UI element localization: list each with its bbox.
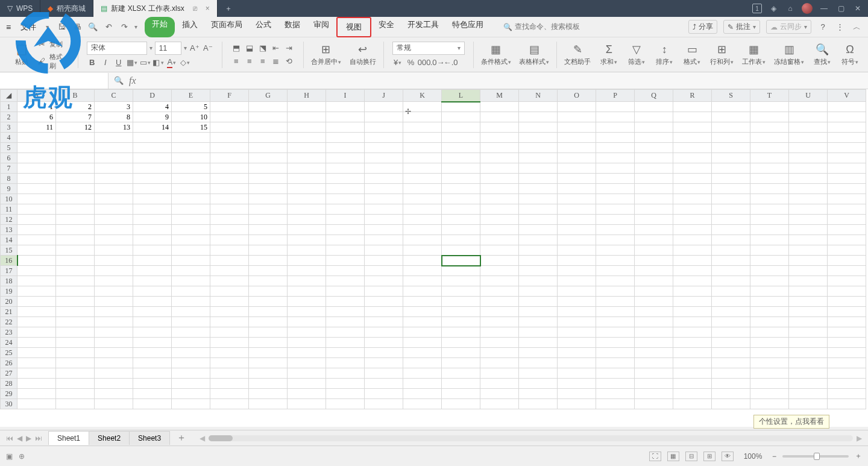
cell[interactable] (442, 194, 480, 204)
cell[interactable] (17, 286, 56, 297)
cell[interactable] (596, 256, 635, 266)
cell[interactable] (442, 245, 480, 256)
cell[interactable] (480, 399, 519, 409)
cell[interactable] (442, 348, 480, 358)
cell[interactable] (56, 143, 95, 153)
cell[interactable] (789, 245, 828, 256)
font-name-select[interactable]: 宋体 (87, 42, 147, 55)
cell[interactable] (673, 102, 712, 112)
cell[interactable] (133, 194, 172, 204)
cell[interactable] (712, 204, 750, 215)
cell[interactable] (288, 286, 326, 297)
cell[interactable] (403, 225, 442, 235)
align-middle-icon[interactable]: ⬓ (244, 43, 255, 54)
menu-tab-审阅[interactable]: 审阅 (307, 17, 335, 37)
cell[interactable] (635, 184, 673, 194)
spreadsheet-grid[interactable]: ◢ABCDEFGHIJKLMNOPQRSTUV11234526789103111… (0, 89, 868, 427)
cell[interactable] (326, 194, 365, 204)
cell[interactable]: 13 (95, 122, 133, 133)
device-icon[interactable]: ⎚ (193, 4, 197, 13)
cell[interactable] (95, 163, 133, 174)
cell[interactable] (519, 122, 558, 133)
cell[interactable] (480, 307, 519, 317)
cell[interactable] (403, 379, 442, 389)
cell[interactable] (673, 133, 712, 143)
cell[interactable] (326, 338, 365, 348)
zoom-out-icon[interactable]: − (772, 452, 776, 461)
cell[interactable] (673, 307, 712, 317)
cell[interactable] (442, 153, 480, 163)
cell[interactable] (249, 133, 288, 143)
cell[interactable] (750, 338, 789, 348)
cell[interactable] (596, 327, 635, 338)
cell[interactable] (365, 184, 403, 194)
col-header-G[interactable]: G (249, 90, 288, 102)
cell[interactable] (635, 389, 673, 399)
cell[interactable] (365, 112, 403, 122)
cell[interactable] (596, 133, 635, 143)
cell[interactable] (172, 379, 210, 389)
cell[interactable] (365, 204, 403, 215)
menu-tab-视图[interactable]: 视图 (336, 17, 371, 37)
cell[interactable] (673, 163, 712, 174)
border-icon[interactable]: ▦▾ (127, 57, 137, 68)
cell[interactable] (288, 215, 326, 225)
cell[interactable] (288, 379, 326, 389)
cell[interactable] (519, 225, 558, 235)
cell[interactable] (712, 215, 750, 225)
cell[interactable] (480, 266, 519, 276)
row-header-11[interactable]: 11 (1, 204, 17, 215)
cell[interactable] (56, 297, 95, 307)
cell[interactable] (480, 215, 519, 225)
cell[interactable] (480, 368, 519, 379)
cell[interactable]: 2 (56, 102, 95, 112)
decrease-decimal-icon[interactable]: ←.0 (445, 57, 456, 68)
cell[interactable] (365, 174, 403, 184)
row-header-7[interactable]: 7 (1, 163, 17, 174)
cell[interactable] (480, 112, 519, 122)
cell[interactable] (249, 143, 288, 153)
cell[interactable] (133, 163, 172, 174)
cell[interactable] (133, 276, 172, 286)
cell[interactable] (828, 379, 866, 389)
cell[interactable] (95, 307, 133, 317)
cell[interactable] (249, 297, 288, 307)
cell[interactable] (442, 174, 480, 184)
cell[interactable] (828, 102, 866, 112)
cell[interactable] (442, 276, 480, 286)
cell[interactable] (596, 225, 635, 235)
font-color-icon[interactable]: A▾ (166, 57, 177, 68)
redo-icon[interactable]: ↷ (119, 22, 130, 33)
cell[interactable] (172, 174, 210, 184)
col-header-K[interactable]: K (403, 90, 442, 102)
cell[interactable] (403, 389, 442, 399)
cell[interactable] (365, 358, 403, 368)
cell[interactable] (288, 348, 326, 358)
cell[interactable] (133, 174, 172, 184)
pagebreak-view-icon[interactable]: ⊞ (703, 452, 715, 461)
menu-tab-插入[interactable]: 插入 (176, 17, 204, 37)
cell[interactable] (326, 102, 365, 112)
cell[interactable] (673, 215, 712, 225)
cell[interactable] (828, 358, 866, 368)
cell[interactable] (56, 245, 95, 256)
row-header-29[interactable]: 29 (1, 389, 17, 399)
cell[interactable] (365, 348, 403, 358)
cell[interactable] (365, 297, 403, 307)
cell[interactable] (635, 235, 673, 245)
cell[interactable] (712, 112, 750, 122)
cell[interactable] (712, 163, 750, 174)
cell[interactable] (480, 276, 519, 286)
cell[interactable] (326, 133, 365, 143)
cell[interactable] (712, 389, 750, 399)
cell[interactable] (56, 266, 95, 276)
cell[interactable] (596, 358, 635, 368)
cell[interactable] (17, 327, 56, 338)
cell[interactable] (326, 174, 365, 184)
sheet-next-icon[interactable]: ▶ (26, 434, 31, 442)
cell[interactable] (326, 368, 365, 379)
cell[interactable] (210, 307, 249, 317)
zoom-value[interactable]: 100% (740, 452, 766, 461)
cell[interactable] (480, 153, 519, 163)
cell[interactable] (635, 194, 673, 204)
